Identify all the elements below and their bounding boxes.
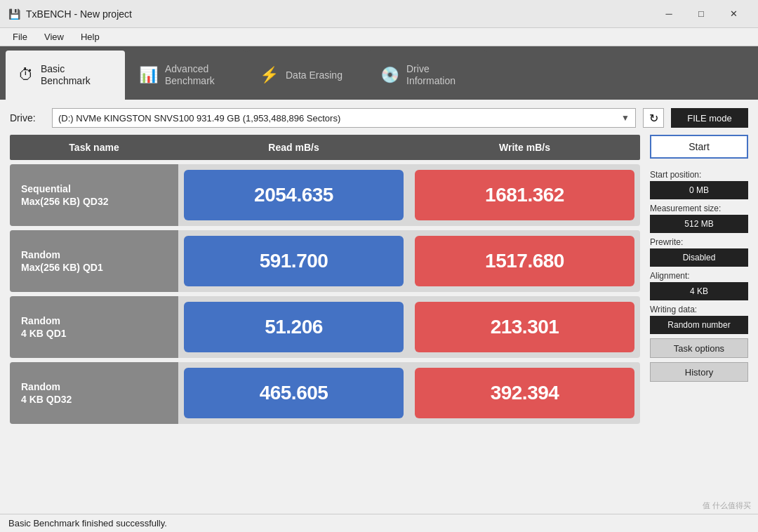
measurement-size-label: Measurement size:	[650, 204, 748, 213]
prewrite-label: Prewrite:	[650, 237, 748, 247]
task-options-button[interactable]: Task options	[650, 338, 748, 358]
col-header-write: Write mB/s	[409, 142, 640, 153]
titlebar: 💾 TxBENCH - New project ─ □ ✕	[0, 0, 758, 28]
bench-read-random-256: 591.700	[184, 236, 404, 286]
tab-drive-information[interactable]: 💿 DriveInformation	[368, 51, 487, 100]
col-header-read: Read mB/s	[178, 142, 409, 153]
table-row: Random4 KB QD32 465.605 392.394	[10, 362, 640, 424]
history-button[interactable]: History	[650, 362, 748, 382]
measurement-size-value: 512 MB	[650, 215, 748, 233]
alignment-label: Alignment:	[650, 271, 748, 281]
menu-view[interactable]: View	[37, 30, 71, 44]
refresh-icon: ↻	[649, 112, 658, 125]
titlebar-controls: ─ □ ✕	[653, 4, 750, 25]
advanced-benchmark-icon: 📊	[139, 66, 158, 84]
bench-read-sequential: 2054.635	[184, 170, 404, 220]
bench-read-random-4k-qd32: 465.605	[184, 368, 404, 418]
drive-information-label: DriveInformation	[406, 63, 456, 87]
advanced-benchmark-label: AdvancedBenchmark	[165, 63, 215, 87]
table-row: SequentialMax(256 KB) QD32 2054.635 1681…	[10, 164, 640, 226]
drive-select-value: (D:) NVMe KINGSTON SNVS100 931.49 GB (1,…	[58, 113, 340, 124]
bench-read-random-4k-qd1: 51.206	[184, 302, 404, 352]
table-row: RandomMax(256 KB) QD1 591.700 1517.680	[10, 230, 640, 292]
content-area: Task name Read mB/s Write mB/s Sequentia…	[10, 135, 748, 524]
status-text: Basic Benchmark finished successfully.	[8, 518, 167, 528]
start-position-label: Start position:	[650, 170, 748, 180]
maximize-button[interactable]: □	[685, 4, 717, 25]
alignment-value: 4 KB	[650, 282, 748, 300]
bench-name-random-4k-qd1: Random4 KB QD1	[10, 296, 178, 358]
drive-information-icon: 💿	[380, 66, 399, 84]
titlebar-left: 💾 TxBENCH - New project	[8, 8, 132, 20]
tab-advanced-benchmark[interactable]: 📊 AdvancedBenchmark	[126, 51, 246, 100]
bench-write-random-256: 1517.680	[415, 236, 634, 286]
drive-row: Drive: (D:) NVMe KINGSTON SNVS100 931.49…	[10, 108, 748, 128]
watermark: 值 什么值得买	[703, 500, 751, 511]
drive-refresh-button[interactable]: ↻	[643, 108, 664, 128]
writing-data-label: Writing data:	[650, 305, 748, 314]
benchmark-table: Task name Read mB/s Write mB/s Sequentia…	[10, 135, 640, 524]
bench-write-sequential: 1681.362	[415, 170, 634, 220]
bench-name-random-256: RandomMax(256 KB) QD1	[10, 230, 178, 292]
basic-benchmark-icon: ⏱	[18, 66, 34, 84]
tab-basic-benchmark[interactable]: ⏱ BasicBenchmark	[6, 51, 125, 100]
statusbar: Basic Benchmark finished successfully.	[0, 514, 758, 532]
bench-write-random-4k-qd1: 213.301	[415, 302, 634, 352]
table-header: Task name Read mB/s Write mB/s	[10, 135, 640, 160]
tab-data-erasing[interactable]: ⚡ Data Erasing	[247, 51, 366, 100]
basic-benchmark-label: BasicBenchmark	[41, 63, 91, 87]
minimize-button[interactable]: ─	[653, 4, 685, 25]
drive-select-arrow: ▼	[621, 113, 630, 123]
window-title: TxBENCH - New project	[26, 8, 132, 20]
bench-name-sequential: SequentialMax(256 KB) QD32	[10, 164, 178, 226]
prewrite-value: Disabled	[650, 248, 748, 267]
main-content: Drive: (D:) NVMe KINGSTON SNVS100 931.49…	[0, 100, 758, 532]
close-button[interactable]: ✕	[717, 4, 750, 25]
writing-data-value: Random number	[650, 316, 748, 334]
drive-select[interactable]: (D:) NVMe KINGSTON SNVS100 931.49 GB (1,…	[52, 108, 636, 128]
menu-file[interactable]: File	[6, 30, 34, 44]
app-icon: 💾	[8, 8, 20, 20]
right-panel: Start Start position: 0 MB Measurement s…	[650, 135, 748, 524]
tabbar: ⏱ BasicBenchmark 📊 AdvancedBenchmark ⚡ D…	[0, 46, 758, 100]
drive-label: Drive:	[10, 112, 45, 124]
data-erasing-label: Data Erasing	[286, 69, 343, 81]
menubar: File View Help	[0, 28, 758, 46]
table-row: Random4 KB QD1 51.206 213.301	[10, 296, 640, 358]
bench-write-random-4k-qd32: 392.394	[415, 368, 634, 418]
bench-name-random-4k-qd32: Random4 KB QD32	[10, 362, 178, 424]
start-button[interactable]: Start	[650, 135, 748, 159]
start-position-value: 0 MB	[650, 181, 748, 199]
col-header-task: Task name	[10, 142, 178, 153]
menu-help[interactable]: Help	[74, 30, 107, 44]
file-mode-button[interactable]: FILE mode	[671, 108, 748, 128]
data-erasing-icon: ⚡	[260, 66, 279, 84]
